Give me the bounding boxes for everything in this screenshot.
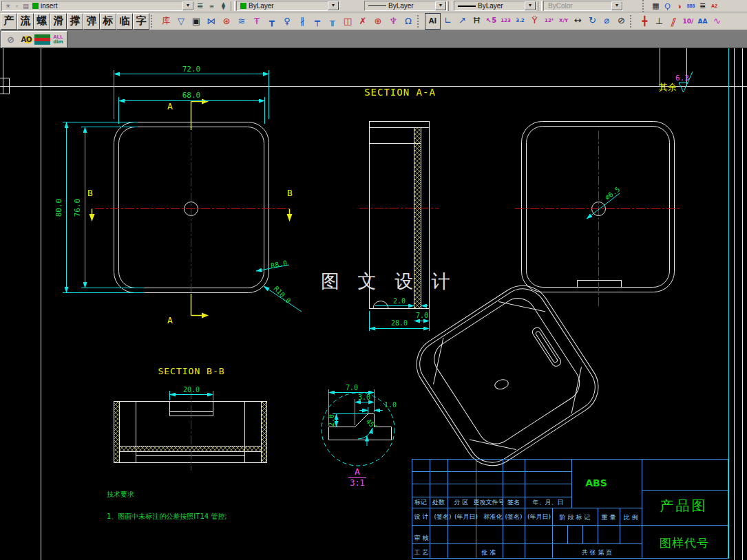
tech-requirements[interactable]: 技术要求 1、图面中未标注的公差按照IT14 管控; bbox=[107, 491, 227, 520]
centerline-icon[interactable]: ╋ bbox=[638, 14, 652, 29]
color-combo[interactable]: ByLayer ▼ bbox=[236, 1, 339, 11]
table-icon[interactable]: ▦ bbox=[650, 1, 662, 11]
ucs-corner-icon[interactable]: ∟ bbox=[441, 13, 455, 28]
cn-button-screw[interactable]: 螺 bbox=[34, 13, 50, 30]
linetype-combo-arrow-icon[interactable]: ▼ bbox=[435, 1, 446, 10]
detail-view[interactable]: 7.0 3.0 1.0 2.0 45° A 3:1 bbox=[322, 384, 397, 488]
superscript-dim-icon[interactable]: 12³ bbox=[542, 13, 556, 28]
dim-2[interactable]: 2.0 bbox=[393, 297, 406, 305]
all-dim-button[interactable]: ALL dim bbox=[50, 32, 66, 47]
dim-72[interactable]: 72.0 bbox=[182, 65, 201, 74]
freeze-icon[interactable]: ▫ bbox=[12, 1, 21, 10]
section-b-right-label[interactable]: B bbox=[287, 188, 293, 198]
point-dim-icon[interactable]: ↗ bbox=[455, 13, 470, 28]
spring-icon[interactable]: ≋ bbox=[234, 14, 249, 29]
cn-button-standard[interactable]: 标 bbox=[100, 13, 116, 30]
toolbar-grip[interactable] bbox=[417, 15, 423, 28]
cn-button-text[interactable]: 字 bbox=[133, 13, 149, 30]
layer-combo-arrow-icon[interactable]: ▼ bbox=[182, 1, 193, 10]
color-combo-arrow-icon[interactable]: ▼ bbox=[328, 1, 339, 10]
pie-view-icon[interactable]: ◑ bbox=[673, 1, 685, 11]
lineweight-combo[interactable]: ByLayer ▼ bbox=[454, 1, 536, 11]
tech-line1[interactable]: 1、图面中未标注的公差按照IT14 管控; bbox=[107, 513, 227, 520]
roughness-note[interactable]: 其余 6.3 bbox=[659, 72, 693, 92]
runner-icon[interactable]: ⋈ bbox=[204, 14, 219, 29]
lineweight-combo-arrow-icon[interactable]: ▼ bbox=[525, 1, 536, 10]
section-bb-view[interactable]: SECTION B-B 20.0 bbox=[114, 366, 267, 471]
dim-edit-icon[interactable]: ↔ bbox=[571, 13, 585, 28]
cn-button-slider[interactable]: 滑 bbox=[50, 13, 67, 30]
screw-icon[interactable]: Ŧ bbox=[249, 14, 264, 29]
tolerance-icon[interactable]: 10/ bbox=[681, 14, 695, 29]
section-a-bottom-label[interactable]: A bbox=[167, 315, 173, 325]
bottom-view[interactable]: ∅6.5 bbox=[515, 122, 682, 307]
cn-button-spring[interactable]: 弹 bbox=[83, 13, 100, 30]
roughness-value[interactable]: 6.3 bbox=[675, 74, 689, 83]
library-icon[interactable]: 库 bbox=[158, 14, 173, 29]
cn-button-product[interactable]: 产 bbox=[1, 13, 17, 30]
iso-view[interactable] bbox=[406, 275, 609, 476]
datum-y-icon[interactable]: Ÿ bbox=[527, 13, 542, 28]
leader-dim-icon[interactable]: ↖5 bbox=[484, 13, 498, 28]
detail-dim-1[interactable]: 1.0 bbox=[384, 401, 397, 409]
layers-manager-icon[interactable]: ≣ bbox=[194, 1, 206, 11]
gate-icon[interactable]: ✗ bbox=[355, 14, 370, 29]
detail-dim-3[interactable]: 3.0 bbox=[358, 394, 370, 401]
linetype-combo[interactable]: ByLayer ▼ bbox=[364, 1, 447, 11]
angle-pin-icon[interactable]: ∦ bbox=[295, 14, 310, 29]
locating-ring-icon[interactable]: ⊕ bbox=[370, 14, 386, 29]
linear-dim-icon[interactable]: Ħ bbox=[470, 13, 484, 28]
guide-pin-icon[interactable]: ╥ bbox=[325, 14, 340, 29]
dim-76[interactable]: 76.0 bbox=[73, 199, 82, 217]
cn-button-support[interactable]: 撑 bbox=[67, 13, 83, 30]
plan-view[interactable]: A A B B 72.0 68.0 80.0 76.0 R8.0 R10.0 bbox=[54, 65, 302, 325]
text-align-icon[interactable]: AA bbox=[695, 14, 710, 29]
punch-icon[interactable]: ┯ bbox=[310, 14, 325, 29]
roughness-dim-icon[interactable]: 3.2 bbox=[513, 13, 527, 28]
cn-button-temp[interactable]: 临 bbox=[116, 13, 133, 30]
pin-icon[interactable]: ♀ bbox=[280, 14, 295, 29]
title-block[interactable]: 标记 处数 分 区 更改文件号 签名 年、月、日 设 计 (签名) (年月日) … bbox=[412, 459, 728, 559]
dim-rotate-icon[interactable]: ↻ bbox=[585, 13, 600, 28]
section-a-top-label[interactable]: A bbox=[167, 101, 173, 111]
daylight-icon[interactable]: ☀ bbox=[3, 1, 12, 10]
detail-dim-7[interactable]: 7.0 bbox=[346, 384, 358, 391]
layer-match-icon[interactable]: ⧫ bbox=[218, 1, 229, 11]
fields-icon[interactable]: 888 bbox=[685, 1, 697, 11]
roughness-prefix[interactable]: 其余 bbox=[659, 82, 677, 92]
dim-r10[interactable]: R10.0 bbox=[273, 285, 293, 305]
color-layers-icon[interactable] bbox=[34, 32, 50, 47]
ejector-pin-icon[interactable]: ┳ bbox=[264, 14, 280, 29]
dim-80[interactable]: 80.0 bbox=[54, 199, 63, 217]
spline-icon[interactable]: ∿ bbox=[710, 14, 724, 29]
bolt-icon[interactable]: ♆ bbox=[386, 14, 401, 29]
detail-label[interactable]: A bbox=[355, 466, 360, 477]
section-bb-title[interactable]: SECTION B-B bbox=[158, 366, 224, 376]
sheet-a2-icon[interactable]: A2 bbox=[708, 1, 720, 11]
layer-combo[interactable]: ☀ ▫ ▤ insert ▼ bbox=[1, 1, 194, 11]
sprue-wheel-icon[interactable]: ⊛ bbox=[219, 14, 234, 29]
text-style-icon[interactable]: AI bbox=[425, 13, 441, 30]
mold-base-icon[interactable]: ▣ bbox=[189, 14, 204, 29]
dim-r8[interactable]: R8.0 bbox=[270, 259, 288, 270]
section-aa-view[interactable]: SECTION A-A 2.0 7.0 28.0 bbox=[359, 87, 439, 331]
dim-28[interactable]: 28.0 bbox=[391, 319, 408, 327]
list-icon[interactable]: ≣ bbox=[697, 1, 708, 11]
dim-7[interactable]: 7.0 bbox=[416, 312, 428, 319]
bushing-icon[interactable]: ◫ bbox=[340, 14, 355, 29]
cn-button-runner[interactable]: 流 bbox=[17, 13, 34, 30]
section-aa-title[interactable]: SECTION A-A bbox=[364, 87, 436, 98]
section-b-left-label[interactable]: B bbox=[87, 188, 93, 198]
plot-lock-icon[interactable]: ▤ bbox=[21, 1, 30, 10]
toolbar-grip[interactable] bbox=[151, 15, 157, 28]
tech-title[interactable]: 技术要求 bbox=[107, 491, 134, 498]
zoom-off-icon[interactable]: ⌀ bbox=[600, 13, 614, 28]
annotation-scale-button[interactable]: AO bbox=[19, 32, 34, 47]
layer-previous-icon[interactable]: ≡ bbox=[206, 1, 218, 11]
detail-scale[interactable]: 3:1 bbox=[350, 478, 365, 488]
toolbar-grip[interactable] bbox=[642, 0, 649, 12]
dim-20[interactable]: 20.0 bbox=[183, 386, 200, 394]
fraction-dim-icon[interactable]: X/Y bbox=[556, 13, 571, 28]
drawing-canvas[interactable]: 图 文 设 计 A A B B 72.0 68.0 bbox=[0, 0, 747, 560]
circle-off-icon[interactable]: ⊘ bbox=[614, 13, 629, 28]
